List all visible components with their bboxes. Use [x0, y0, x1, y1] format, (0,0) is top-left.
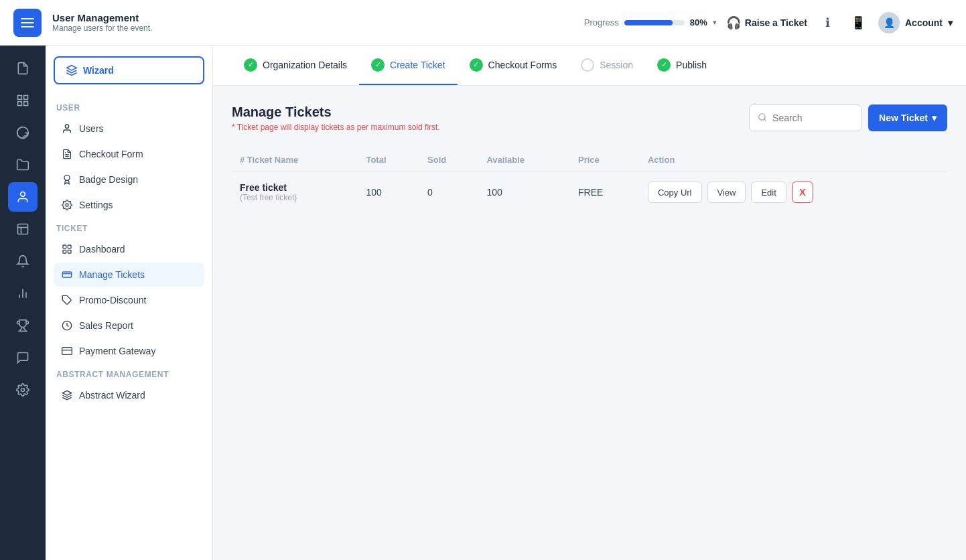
sidebar-item-sales-report[interactable]: Sales Report: [54, 313, 204, 338]
step-dot-session: [581, 58, 594, 72]
page-subtitle: Manage users for the event.: [52, 23, 573, 33]
cell-total: 100: [358, 172, 419, 213]
tickets-actions: New Ticket ▾: [749, 104, 947, 131]
step-create-label: Create Ticket: [390, 60, 445, 70]
svg-rect-1: [24, 96, 28, 100]
svg-rect-2: [18, 102, 22, 106]
step-check-org: ✓: [244, 58, 257, 72]
sidebar-item-payment-gateway[interactable]: Payment Gateway: [54, 339, 204, 363]
svg-marker-13: [67, 66, 77, 71]
svg-point-12: [21, 389, 25, 392]
sidebar-item-abstract-wizard-label: Abstract Wizard: [79, 390, 145, 401]
col-action: Action: [640, 148, 947, 172]
sidebar-item-users[interactable]: Users: [54, 117, 204, 141]
rail-item-bell[interactable]: [8, 247, 38, 276]
sidebar-item-promo-discount[interactable]: Promo-Discount: [54, 288, 204, 312]
svg-line-31: [764, 119, 766, 121]
sidebar-item-checkout-form-label: Checkout Form: [79, 149, 143, 159]
rail-item-chat[interactable]: [8, 343, 38, 372]
step-check-publish: ✓: [657, 58, 671, 72]
sidebar-item-checkout-form[interactable]: Checkout Form: [54, 142, 204, 166]
account-label: Account: [905, 17, 943, 28]
col-total: Total: [358, 148, 419, 172]
view-button[interactable]: View: [707, 182, 746, 203]
svg-point-17: [64, 175, 70, 180]
rail-item-user[interactable]: [8, 182, 38, 212]
icon-rail: [0, 46, 46, 560]
topnav-title-area: User Management Manage users for the eve…: [52, 12, 573, 33]
wizard-label: Wizard: [83, 65, 114, 76]
body-wrap: Wizard User Users Checkout Form Badge De…: [0, 46, 966, 560]
tickets-title-area: Manage Tickets * Ticket page will displa…: [232, 104, 440, 132]
mobile-button[interactable]: 📱: [847, 12, 869, 33]
sidebar-item-payment-gateway-label: Payment Gateway: [79, 346, 155, 356]
delete-button[interactable]: X: [792, 182, 813, 203]
col-sold: Sold: [419, 148, 478, 172]
wizard-button[interactable]: Wizard: [54, 56, 204, 84]
app-logo: [13, 9, 42, 37]
new-ticket-button[interactable]: New Ticket ▾: [868, 104, 947, 131]
step-create-ticket[interactable]: ✓ Create Ticket: [359, 46, 457, 85]
progress-area: Progress 80% ▾: [584, 17, 717, 27]
step-session[interactable]: Session: [569, 46, 645, 85]
account-chevron-icon: ▾: [948, 17, 953, 28]
sidebar: Wizard User Users Checkout Form Badge De…: [46, 46, 213, 560]
search-input[interactable]: [772, 113, 853, 123]
step-org-details[interactable]: ✓ Organization Details: [232, 46, 359, 85]
raise-ticket-button[interactable]: 🎧 Raise a Ticket: [726, 15, 807, 30]
progress-chevron-icon[interactable]: ▾: [713, 18, 717, 27]
step-check-checkout: ✓: [470, 58, 483, 72]
sidebar-item-users-label: Users: [79, 123, 104, 134]
svg-rect-22: [68, 250, 71, 253]
svg-rect-27: [62, 348, 72, 355]
step-session-label: Session: [600, 60, 633, 70]
sidebar-item-promo-discount-label: Promo-Discount: [79, 295, 146, 305]
rail-item-folder[interactable]: [8, 150, 38, 180]
headphone-icon: 🎧: [726, 15, 741, 30]
rail-item-cog[interactable]: [8, 375, 38, 405]
rail-item-list[interactable]: [8, 214, 38, 244]
step-publish-label: Publish: [676, 60, 707, 70]
new-ticket-chevron-icon: ▾: [932, 113, 937, 123]
sidebar-item-manage-tickets[interactable]: Manage Tickets: [54, 263, 204, 287]
sidebar-item-dashboard[interactable]: Dashboard: [54, 237, 204, 261]
sidebar-item-settings[interactable]: Settings: [54, 193, 204, 217]
svg-rect-19: [63, 245, 66, 249]
tickets-header: Manage Tickets * Ticket page will displa…: [232, 104, 947, 132]
tickets-title: Manage Tickets: [232, 104, 440, 120]
copy-url-button[interactable]: Copy Url: [648, 182, 702, 203]
svg-point-5: [21, 192, 25, 197]
col-ticket-name: # Ticket Name: [232, 148, 358, 172]
edit-button[interactable]: Edit: [751, 182, 786, 203]
rail-item-grid[interactable]: [8, 86, 38, 115]
progress-percent: 80%: [690, 17, 707, 27]
sidebar-item-sales-report-label: Sales Report: [79, 320, 133, 331]
search-icon: [758, 113, 767, 124]
ticket-name-text: Free ticket: [240, 182, 350, 193]
step-checkout-forms[interactable]: ✓ Checkout Forms: [458, 46, 569, 85]
step-check-create: ✓: [371, 58, 385, 72]
rail-item-palette[interactable]: [8, 118, 38, 147]
svg-point-14: [65, 125, 68, 128]
rail-item-trophy[interactable]: [8, 311, 38, 340]
cell-ticket-name: Free ticket (Test free ticket): [232, 172, 358, 213]
progress-bar-wrap: [624, 20, 685, 25]
main-content: ✓ Organization Details ✓ Create Ticket ✓…: [213, 46, 966, 560]
search-box[interactable]: [749, 104, 861, 131]
svg-point-30: [759, 113, 765, 119]
section-label-abstract: Abstract Management: [54, 364, 204, 383]
step-publish[interactable]: ✓ Publish: [645, 46, 719, 85]
rail-item-chart[interactable]: [8, 279, 38, 308]
cell-price: FREE: [570, 172, 640, 213]
svg-rect-20: [68, 245, 71, 249]
progress-bar-fill: [624, 20, 673, 25]
rail-item-doc[interactable]: [8, 54, 38, 83]
sidebar-item-abstract-wizard[interactable]: Abstract Wizard: [54, 383, 204, 407]
svg-marker-29: [62, 391, 71, 395]
sidebar-item-badge-design[interactable]: Badge Design: [54, 167, 204, 192]
info-button[interactable]: ℹ: [817, 12, 838, 33]
tickets-area: Manage Tickets * Ticket page will displa…: [213, 86, 966, 560]
raise-ticket-label: Raise a Ticket: [745, 17, 807, 28]
cell-sold: 0: [419, 172, 478, 213]
account-button[interactable]: 👤 Account ▾: [878, 12, 953, 33]
